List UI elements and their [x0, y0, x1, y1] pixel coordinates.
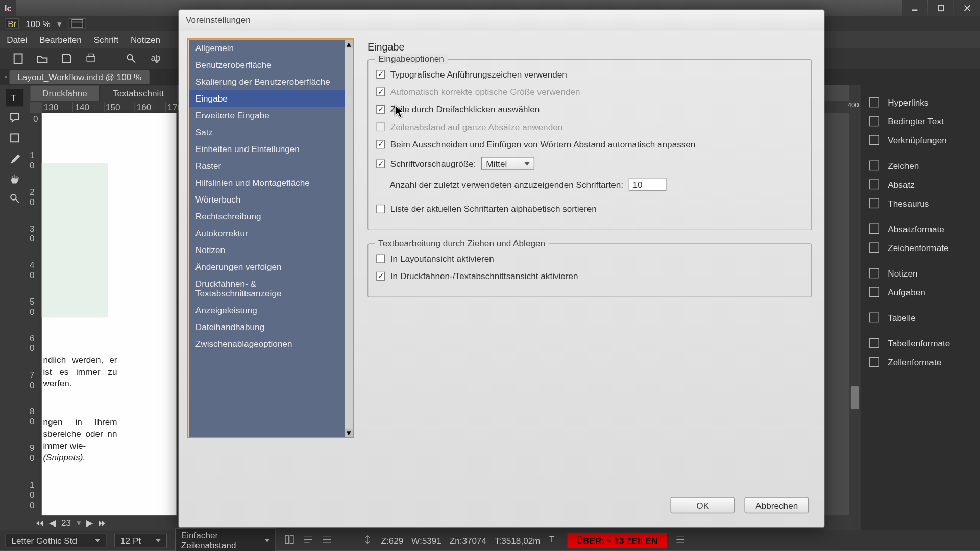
- align-icon[interactable]: [303, 534, 313, 546]
- panel-aufgaben[interactable]: Aufgaben: [860, 283, 980, 302]
- opt-sort-fonts[interactable]: Liste der aktuellen Schriftarten alphabe…: [376, 204, 803, 214]
- category-item[interactable]: Änderungen verfolgen: [188, 258, 345, 275]
- svg-text:T: T: [549, 534, 555, 544]
- panel-tabelle[interactable]: Tabelle: [860, 308, 980, 327]
- category-item[interactable]: Satz: [188, 124, 345, 141]
- open-icon[interactable]: [35, 51, 50, 66]
- nav-last-icon[interactable]: ⏭: [99, 518, 107, 528]
- checkbox-icon[interactable]: [376, 205, 385, 213]
- zoom-tool[interactable]: [6, 190, 23, 207]
- tfmt-icon: [867, 337, 881, 349]
- panel-zellenformate[interactable]: Zellenformate: [860, 353, 980, 371]
- panel-absatzformate[interactable]: Absatzformate: [860, 219, 980, 238]
- close-button[interactable]: [954, 0, 980, 16]
- menu-icon[interactable]: [322, 534, 332, 546]
- opt-enable-layout[interactable]: In Layoutansicht aktivieren: [376, 254, 803, 264]
- tab-story[interactable]: Textabschnitt: [100, 85, 177, 102]
- text-frame[interactable]: [42, 163, 108, 317]
- tab-galley[interactable]: Druckfahne: [30, 85, 100, 102]
- checkbox-icon[interactable]: [376, 272, 385, 281]
- category-item[interactable]: Allgemein: [188, 40, 345, 57]
- category-item[interactable]: Dateihandhabung: [188, 319, 345, 336]
- panel-hyperlinks[interactable]: Hyperlinks: [860, 93, 980, 112]
- category-item[interactable]: Einheiten und Einteilungen: [188, 141, 345, 158]
- opt-typographic-quotes[interactable]: Typografische Anführungszeichen verwende…: [376, 69, 803, 80]
- category-item[interactable]: Raster: [188, 158, 345, 174]
- position-tool[interactable]: [6, 129, 23, 146]
- checkbox-icon[interactable]: [376, 105, 385, 114]
- scroll-up-icon[interactable]: ▴: [345, 40, 353, 48]
- category-item[interactable]: Eingabe: [188, 90, 345, 107]
- note-tool[interactable]: [6, 109, 23, 127]
- font-preview-size-select[interactable]: Mittel: [481, 157, 534, 170]
- opt-leading-paragraph: Zeilenabstand auf ganze Absätze anwenden: [376, 122, 803, 132]
- find-icon[interactable]: [124, 51, 139, 66]
- ok-button[interactable]: OK: [670, 497, 735, 514]
- menu-notes[interactable]: Notizen: [131, 35, 160, 45]
- maximize-button[interactable]: [928, 0, 953, 16]
- category-item[interactable]: Benutzeroberfläche: [188, 57, 345, 73]
- category-item[interactable]: Rechtschreibung: [188, 208, 345, 224]
- nav-page[interactable]: 23: [61, 518, 71, 528]
- list-scrollbar[interactable]: ▴ ▾: [345, 40, 353, 437]
- scrollbar-thumb[interactable]: [851, 386, 859, 409]
- document-tab[interactable]: Layout_Workflow.indd @ 100 %: [9, 69, 150, 84]
- opt-font-preview[interactable]: Schriftvorschaugröße: Mittel: [376, 157, 803, 170]
- panel-absatz[interactable]: Absatz: [860, 175, 980, 194]
- save-icon[interactable]: [59, 51, 74, 66]
- category-item[interactable]: Zwischenablageoptionen: [188, 336, 345, 353]
- columns-icon[interactable]: [284, 534, 295, 546]
- bridge-button[interactable]: Br: [6, 18, 19, 29]
- menu-icon-2[interactable]: [675, 534, 686, 546]
- category-list[interactable]: AllgemeinBenutzeroberflächeSkalierung de…: [187, 38, 354, 438]
- vertical-scrollbar[interactable]: 400: [849, 85, 860, 530]
- type-tool[interactable]: T: [6, 89, 23, 106]
- leading-select[interactable]: Einfacher Zeilenabstand: [175, 528, 276, 551]
- checkbox-icon[interactable]: [376, 140, 385, 148]
- panel-verknüpfungen[interactable]: Verknüpfungen: [860, 131, 980, 149]
- panel-zeichenformate[interactable]: Zeichenformate: [860, 238, 980, 257]
- checkbox-icon[interactable]: [376, 254, 385, 263]
- category-item[interactable]: Hilfslinien und Montagefläche: [188, 174, 345, 191]
- hand-tool[interactable]: [6, 169, 23, 187]
- nav-next-icon[interactable]: ▶: [86, 518, 93, 528]
- panel-thesaurus[interactable]: Thesaurus: [860, 194, 980, 213]
- nav-prev-icon[interactable]: ◀: [49, 518, 56, 528]
- view-options[interactable]: [68, 18, 86, 29]
- menu-type[interactable]: Schrift: [94, 35, 119, 45]
- panel-notizen[interactable]: Notizen: [860, 264, 980, 283]
- zoom-level[interactable]: 100 %: [26, 18, 51, 29]
- opt-enable-story[interactable]: In Druckfahnen-/Textabschnittsansicht ak…: [376, 271, 803, 281]
- font-family-select[interactable]: Letter Gothic Std: [6, 533, 107, 547]
- scroll-down-icon[interactable]: ▾: [345, 429, 353, 437]
- checkbox-icon[interactable]: [376, 159, 385, 168]
- overset-indicator[interactable]: ÜBER: ~ 13 ZEILEN: [567, 533, 667, 548]
- panel-zeichen[interactable]: Zeichen: [860, 156, 980, 175]
- eyedropper-tool[interactable]: [6, 149, 23, 167]
- menu-file[interactable]: Datei: [7, 35, 27, 45]
- category-item[interactable]: Notizen: [188, 241, 345, 258]
- overset-icon[interactable]: T: [548, 534, 559, 546]
- page-canvas[interactable]: ndlich werden, er ist es immer zu werfen…: [42, 113, 177, 517]
- panel-tabellenformate[interactable]: Tabellenformate: [860, 334, 980, 353]
- minimize-button[interactable]: [902, 0, 927, 16]
- nav-first-icon[interactable]: ⏮: [35, 518, 44, 528]
- category-item[interactable]: Druckfahnen- & Textabschnittsanzeige: [188, 275, 345, 302]
- checkbox-icon[interactable]: [376, 70, 385, 79]
- depth-icon[interactable]: [362, 534, 373, 546]
- opt-smart-cut-paste[interactable]: Beim Ausschneiden und Einfügen von Wörte…: [376, 139, 803, 149]
- font-size-select[interactable]: 12 Pt: [114, 533, 167, 547]
- page-icon[interactable]: [11, 51, 26, 66]
- panel-bedingter-text[interactable]: Bedingter Text: [860, 112, 980, 131]
- category-item[interactable]: Erweiterte Eingabe: [188, 107, 345, 124]
- spellcheck-icon[interactable]: ab: [148, 51, 163, 66]
- cancel-button[interactable]: Abbrechen: [744, 497, 809, 514]
- category-item[interactable]: Autokorrektur: [188, 224, 345, 241]
- category-item[interactable]: Skalierung der Benutzeroberfläche: [188, 73, 345, 90]
- opt-triple-click[interactable]: Zeile durch Dreifachklicken auswählen: [376, 104, 803, 114]
- print-icon[interactable]: [84, 51, 99, 66]
- category-item[interactable]: Wörterbuch: [188, 191, 345, 208]
- recent-fonts-input[interactable]: [629, 178, 667, 191]
- menu-edit[interactable]: Bearbeiten: [39, 35, 82, 45]
- category-item[interactable]: Anzeigeleistung: [188, 302, 345, 319]
